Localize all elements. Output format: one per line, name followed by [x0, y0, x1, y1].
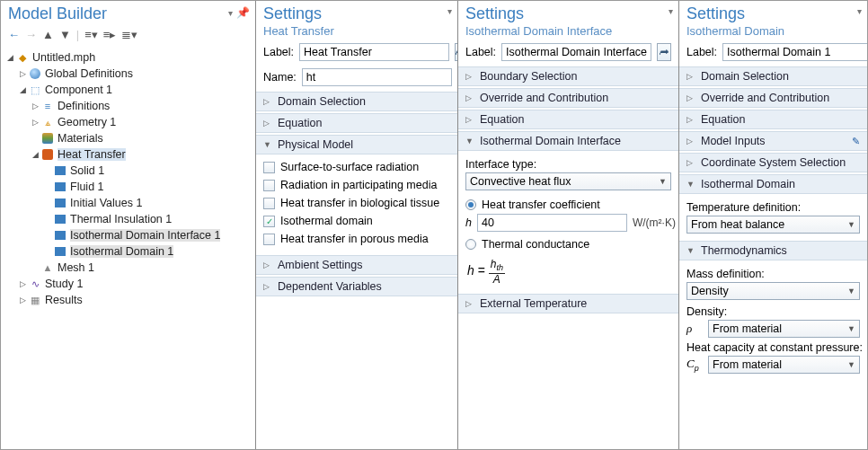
chevron-down-icon: ▼: [847, 360, 855, 369]
forward-icon[interactable]: →: [25, 28, 37, 41]
panel-title: Settings: [263, 4, 450, 23]
tree-geometry[interactable]: ▷⟁Geometry 1: [4, 114, 252, 130]
section-thermodynamics[interactable]: ▼Thermodynamics: [679, 241, 867, 260]
section-domain-selection[interactable]: ▷Domain Selection: [679, 66, 867, 86]
go-button[interactable]: ⮫: [455, 43, 457, 61]
panel-subtitle: Isothermal Domain: [686, 24, 860, 38]
tree-id[interactable]: Isothermal Domain 1: [4, 243, 252, 260]
pin-icon[interactable]: 📌: [236, 6, 250, 19]
temp-def-label: Temperature definition:: [686, 201, 860, 214]
panel-title: Settings: [465, 4, 671, 23]
menu-caret-icon[interactable]: ▾: [857, 6, 862, 16]
chevron-down-icon: ▼: [847, 220, 855, 229]
tree-component[interactable]: ◢⬚Component 1: [4, 82, 252, 98]
section-external-temp[interactable]: ▷External Temperature: [458, 294, 678, 313]
tree-mesh[interactable]: ▲Mesh 1: [4, 260, 252, 276]
panel-subtitle: Isothermal Domain Interface: [465, 24, 671, 38]
tree-fluid[interactable]: Fluid 1: [4, 179, 252, 195]
go-button[interactable]: ⮫: [657, 43, 671, 61]
label-input[interactable]: [722, 43, 867, 61]
model-tree[interactable]: ◢◆Untitled.mph ▷Global Definitions ◢⬚Com…: [1, 46, 255, 312]
name-label: Name:: [263, 71, 297, 84]
down-icon[interactable]: ▼: [59, 28, 71, 41]
label-label: Label:: [686, 46, 717, 58]
panel-title: Model Builder: [8, 4, 248, 23]
tree-root[interactable]: ◢◆Untitled.mph: [4, 49, 252, 66]
back-icon[interactable]: ←: [8, 28, 20, 41]
label-label: Label:: [263, 46, 294, 58]
section-idi[interactable]: ▼Isothermal Domain Interface: [458, 131, 678, 151]
tree-initial-values[interactable]: Initial Values 1: [4, 195, 252, 211]
panel-title: Settings: [686, 4, 860, 23]
mass-def-select[interactable]: Density▼: [686, 282, 860, 300]
cp-select[interactable]: From material▼: [708, 356, 860, 374]
chk-porous[interactable]: Heat transfer in porous media: [263, 230, 450, 248]
h-symbol: h: [465, 216, 472, 229]
radio-tc[interactable]: Thermal conductance: [465, 235, 671, 253]
formula-h: h = hthA: [465, 253, 671, 287]
density-label: Density:: [686, 305, 860, 318]
tree-solid[interactable]: Solid 1: [4, 163, 252, 179]
tree-global[interactable]: ▷Global Definitions: [4, 66, 252, 82]
panel-subtitle: Heat Transfer: [263, 24, 450, 38]
name-input[interactable]: [302, 68, 452, 86]
tree-thermal-insulation[interactable]: Thermal Insulation 1: [4, 211, 252, 227]
section-isothermal-domain[interactable]: ▼Isothermal Domain: [679, 174, 867, 194]
section-dependent-vars[interactable]: ▷Dependent Variables: [256, 277, 457, 296]
collapse-icon[interactable]: ≡▾: [84, 28, 98, 41]
settings-idi-header: Settings Isothermal Domain Interface ▾: [458, 1, 678, 40]
menu-caret-icon[interactable]: ▾: [669, 6, 673, 16]
settings-ht-header: Settings Heat Transfer ▾: [256, 1, 457, 40]
tree-heat-transfer[interactable]: ◢Heat Transfer: [4, 146, 252, 163]
section-boundary-selection[interactable]: ▷Boundary Selection: [458, 66, 678, 86]
up-icon[interactable]: ▲: [42, 28, 54, 41]
section-equation[interactable]: ▷Equation: [256, 113, 457, 133]
chk-isothermal-domain[interactable]: ✓Isothermal domain: [263, 212, 450, 230]
menu-caret-icon[interactable]: ▾: [447, 6, 452, 16]
model-builder-toolbar: ← → ▲ ▼ | ≡▾ ≡▸ ≣▾: [1, 25, 255, 46]
chevron-down-icon: ▼: [659, 177, 667, 186]
section-override[interactable]: ▷Override and Contribution: [458, 88, 678, 108]
section-equation[interactable]: ▷Equation: [458, 110, 678, 129]
h-input[interactable]: [477, 214, 627, 232]
mass-def-label: Mass definition:: [686, 268, 860, 280]
chk-biological[interactable]: Heat transfer in biological tissue: [263, 194, 450, 212]
h-unit: W/(m²·K): [633, 216, 676, 229]
chevron-down-icon: ▼: [847, 287, 855, 296]
temp-def-select[interactable]: From heat balance▼: [686, 216, 860, 234]
section-domain-selection[interactable]: ▷Domain Selection: [256, 92, 457, 111]
tree-idi[interactable]: Isothermal Domain Interface 1: [4, 227, 252, 243]
section-equation[interactable]: ▷Equation: [679, 110, 867, 129]
chk-s2s-radiation[interactable]: Surface-to-surface radiation: [263, 158, 450, 176]
edit-icon[interactable]: ✎: [852, 136, 860, 147]
label-input[interactable]: [501, 43, 651, 61]
heat-capacity-label: Heat capacity at constant pressure:: [686, 341, 860, 354]
rho-symbol: ρ: [686, 322, 703, 336]
interface-type-label: Interface type:: [465, 158, 671, 171]
settings-id-header: Settings Isothermal Domain ▾: [679, 1, 867, 40]
section-model-inputs[interactable]: ▷Model Inputs✎: [679, 131, 867, 151]
chk-rad-participating[interactable]: Radiation in participating media: [263, 176, 450, 194]
list-icon[interactable]: ≣▾: [121, 28, 137, 41]
section-ambient[interactable]: ▷Ambient Settings: [256, 255, 457, 275]
section-override[interactable]: ▷Override and Contribution: [679, 88, 867, 108]
chevron-down-icon: ▼: [847, 324, 855, 333]
tree-study[interactable]: ▷∿Study 1: [4, 276, 252, 292]
radio-htc[interactable]: Heat transfer coefficient: [465, 196, 671, 214]
expand-icon[interactable]: ≡▸: [103, 28, 117, 41]
label-label: Label:: [465, 46, 496, 58]
section-coord-sys[interactable]: ▷Coordinate System Selection: [679, 153, 867, 172]
density-select[interactable]: From material▼: [708, 320, 860, 338]
section-physical-model[interactable]: ▼Physical Model: [256, 135, 457, 154]
tree-results[interactable]: ▷▦Results: [4, 292, 252, 308]
model-builder-header: Model Builder ▾ 📌: [1, 1, 255, 25]
cp-symbol: Cp: [686, 357, 703, 373]
menu-caret-icon[interactable]: ▾: [228, 8, 233, 18]
tree-materials[interactable]: Materials: [4, 130, 252, 146]
tree-definitions[interactable]: ▷≡Definitions: [4, 98, 252, 114]
interface-type-select[interactable]: Convective heat flux▼: [465, 172, 671, 190]
label-input[interactable]: [299, 43, 449, 61]
